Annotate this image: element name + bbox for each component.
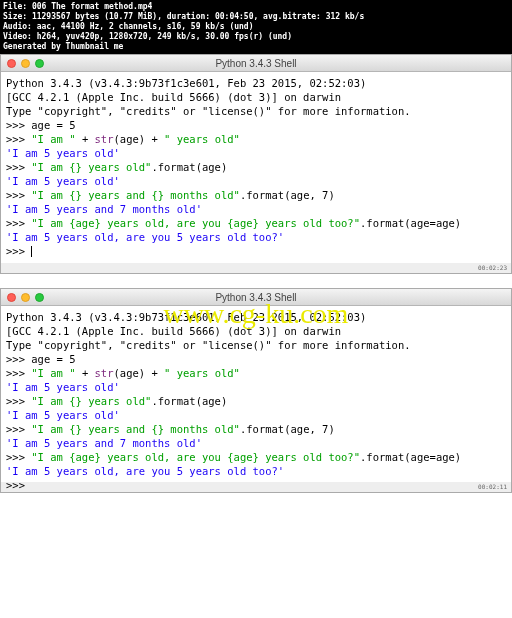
video-label: Video: [3, 32, 32, 41]
timestamp-1: 00:02:23 [1, 263, 511, 273]
gcc-line-2: [GCC 4.2.1 (Apple Inc. build 5666) (dot … [6, 324, 506, 338]
video-metadata-header: File: 006 The format method.mp4 Size: 11… [0, 0, 512, 54]
version-line: Python 3.4.3 (v3.4.3:9b73f1c3e601, Feb 2… [6, 76, 506, 90]
terminal-body-2[interactable]: Python 3.4.3 (v3.4.3:9b73f1c3e601, Feb 2… [1, 306, 511, 482]
result-3: 'I am 5 years and 7 months old' [6, 202, 506, 216]
titlebar-2: Python 3.4.3 Shell [1, 289, 511, 306]
version-line-2: Python 3.4.3 (v3.4.3:9b73f1c3e601, Feb 2… [6, 310, 506, 324]
gcc-line: [GCC 4.2.1 (Apple Inc. build 5666) (dot … [6, 90, 506, 104]
window-title-1: Python 3.4.3 Shell [1, 58, 511, 69]
result-2: 'I am 5 years old' [6, 174, 506, 188]
result-1: 'I am 5 years old' [6, 146, 506, 160]
window-title-2: Python 3.4.3 Shell [1, 292, 511, 303]
prompt: >>> [6, 119, 25, 131]
help-line: Type "copyright", "credits" or "license(… [6, 104, 506, 118]
file-label: File: [3, 2, 27, 11]
video-value: h264, yuv420p, 1280x720, 249 kb/s, 30.00… [37, 32, 292, 41]
terminal-body-1[interactable]: Python 3.4.3 (v3.4.3:9b73f1c3e601, Feb 2… [1, 72, 511, 263]
size-label: Size: [3, 12, 27, 21]
python-shell-window-2: Python 3.4.3 Shell Python 3.4.3 (v3.4.3:… [0, 288, 512, 493]
audio-label: Audio: [3, 22, 32, 31]
cursor-icon [31, 246, 32, 257]
generated-by: Generated by Thumbnail me [3, 42, 123, 51]
titlebar-1: Python 3.4.3 Shell [1, 55, 511, 72]
audio-value: aac, 44100 Hz, 2 channels, s16, 59 kb/s … [37, 22, 254, 31]
python-shell-window-1: Python 3.4.3 Shell Python 3.4.3 (v3.4.3:… [0, 54, 512, 274]
file-value: 006 The format method.mp4 [32, 2, 152, 11]
spacer [0, 274, 512, 288]
result-4: 'I am 5 years old, are you 5 years old t… [6, 230, 506, 244]
size-value: 11293567 bytes (10.77 MiB), duration: 00… [32, 12, 364, 21]
help-line-2: Type "copyright", "credits" or "license(… [6, 338, 506, 352]
